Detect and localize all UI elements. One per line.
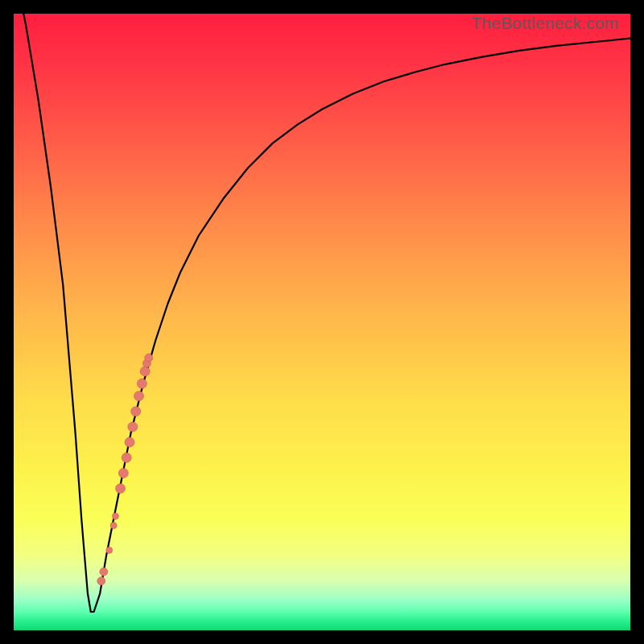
highlight-dot — [134, 391, 144, 401]
highlight-dot — [122, 453, 131, 463]
highlight-dot — [125, 437, 134, 447]
highlight-dot — [110, 522, 117, 529]
highlight-dot — [116, 484, 126, 493]
highlight-dot — [106, 547, 113, 553]
highlight-dot — [131, 407, 141, 416]
highlight-dot — [100, 568, 108, 576]
highlight-dot — [118, 469, 128, 478]
highlight-dot — [112, 513, 118, 519]
watermark-text: TheBottleneck.com — [472, 14, 619, 33]
plot-area: TheBottleneck.com — [14, 14, 630, 630]
highlight-dots-group — [97, 353, 153, 584]
highlight-dot — [97, 577, 105, 585]
highlight-dot — [145, 353, 153, 361]
highlight-dot — [140, 366, 150, 376]
highlight-dot — [137, 379, 147, 389]
bottleneck-chart-svg — [14, 14, 630, 630]
chart-frame: TheBottleneck.com — [0, 0, 644, 644]
highlight-dot — [128, 422, 138, 431]
bottleneck-curve — [14, 14, 630, 612]
